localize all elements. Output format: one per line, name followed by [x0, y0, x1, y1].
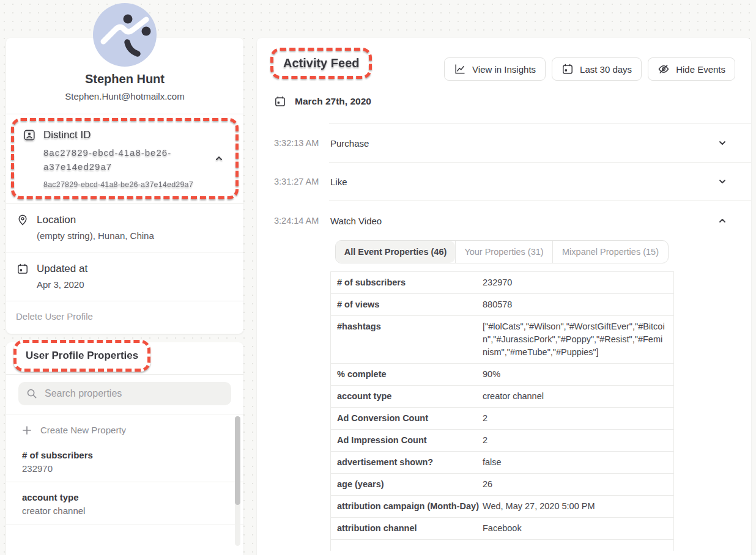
user-profile-card: Stephen Hunt Stephen.Hunt@hotmailx.com D… — [6, 38, 243, 334]
properties-panel-title-highlighted: User Profile Properties — [13, 340, 150, 372]
property-value: creator channel — [22, 505, 219, 516]
event-property-name: attribution campaign (Month-Day) — [331, 500, 483, 513]
event-property-row: % complete 90% — [331, 364, 673, 386]
event-property-value: false — [483, 456, 666, 469]
hide-events-label: Hide Events — [676, 64, 725, 75]
event-time: 3:24:14 AM — [274, 216, 330, 226]
event-property-row: attribution channel Facebook — [331, 518, 673, 540]
tab-mixpanel-properties[interactable]: Mixpanel Properties (15) — [553, 241, 668, 263]
activity-feed-title-highlighted: Activity Feed — [270, 48, 372, 79]
event-property-value: 26 — [483, 478, 666, 491]
search-properties-input[interactable]: Search properties — [18, 382, 231, 405]
event-name: Purchase — [330, 138, 369, 149]
event-property-value: 90% — [483, 368, 666, 381]
event-row-watch-video[interactable]: 3:24:14 AM Watch Video — [257, 201, 751, 240]
feed-date-label: March 27th, 2020 — [295, 96, 371, 107]
location-section: Location (empty string), Hunan, China — [6, 204, 243, 252]
event-property-value: 232970 — [483, 276, 666, 289]
calendar-icon — [16, 262, 29, 276]
event-property-row: account type creator channel — [331, 386, 673, 408]
calendar-icon — [561, 63, 574, 75]
create-new-property-label: Create New Property — [40, 425, 126, 435]
event-property-row: advertisement shown? false — [331, 452, 673, 474]
event-row-purchase[interactable]: 3:32:13 AM Purchase — [257, 124, 751, 162]
chevron-down-icon[interactable] — [718, 139, 727, 147]
property-value: 232970 — [22, 463, 219, 474]
user-avatar — [93, 3, 157, 67]
chevron-up-icon[interactable] — [718, 216, 727, 225]
view-in-insights-button[interactable]: View in Insights — [444, 57, 546, 81]
distinct-id-value: 8ac27829-ebcd-41a8-be26-a37e14ed29a7 — [43, 145, 196, 174]
calendar-icon — [274, 95, 286, 108]
event-feed: 3:32:13 AM Purchase 3:31:27 AM Like 3:24… — [257, 123, 751, 551]
create-new-property-button[interactable]: Create New Property — [6, 414, 243, 440]
tab-all-event-properties[interactable]: All Event Properties (46) — [336, 241, 455, 263]
event-property-value: 2 — [483, 434, 666, 447]
distinct-id-section-highlighted[interactable]: Distinct ID 8ac27829-ebcd-41a8-be26-a37e… — [11, 118, 239, 199]
properties-list: Create New Property # of subscribers 232… — [6, 414, 243, 524]
user-profile-properties-card: User Profile Properties Search propertie… — [6, 342, 243, 555]
event-property-value: creator channel — [483, 390, 666, 403]
event-property-row: age (years) 26 — [331, 474, 673, 496]
event-row-like[interactable]: 3:31:27 AM Like — [257, 163, 751, 200]
event-property-name: # of subscribers — [331, 276, 483, 289]
updated-at-section: Updated at Apr 3, 2020 — [6, 252, 243, 301]
mixpanel-user-profile-page: Stephen Hunt Stephen.Hunt@hotmailx.com D… — [0, 0, 756, 555]
view-in-insights-label: View in Insights — [472, 64, 536, 75]
property-list-item[interactable]: # of subscribers 232970 — [6, 440, 243, 482]
contact-card-icon — [23, 128, 36, 142]
event-property-name: #hashtags — [331, 320, 483, 359]
property-list-item[interactable]: account type creator channel — [6, 482, 243, 524]
delete-user-profile-button[interactable]: Delete User Profile — [6, 301, 243, 334]
property-name: account type — [22, 492, 219, 502]
event-property-value: 880578 — [483, 298, 666, 311]
activity-feed-card: Activity Feed View in Insights — [257, 38, 751, 555]
event-property-value: Facebook — [483, 522, 666, 535]
event-properties-table: # of subscribers 232970 # of views 88057… — [330, 271, 674, 551]
location-value: (empty string), Hunan, China — [37, 230, 234, 241]
event-time: 3:32:13 AM — [274, 138, 330, 148]
event-property-row: # of subscribers 232970 — [331, 272, 673, 294]
distinct-id-collapse-button[interactable] — [212, 152, 226, 165]
properties-panel-header: User Profile Properties — [6, 342, 243, 372]
property-name: # of subscribers — [22, 450, 219, 460]
tab-your-properties[interactable]: Your Properties (31) — [455, 241, 553, 263]
line-chart-icon — [454, 63, 466, 75]
event-property-row: #hashtags ["#lolCats","#Wilson","#WorstG… — [331, 316, 673, 364]
event-property-name: # of views — [331, 298, 483, 311]
distinct-id-label: Distinct ID — [43, 129, 91, 141]
plus-icon — [22, 425, 32, 435]
event-property-value: ["#lolCats","#Wilson","#WorstGiftEver","… — [483, 320, 666, 359]
location-label: Location — [37, 214, 76, 226]
search-placeholder: Search properties — [45, 388, 122, 399]
event-name: Like — [330, 177, 347, 187]
event-name: Watch Video — [330, 216, 382, 226]
user-email: Stephen.Hunt@hotmailx.com — [16, 91, 234, 101]
event-time: 3:31:27 AM — [274, 177, 330, 186]
search-icon — [26, 388, 37, 399]
event-property-row: Ad Conversion Count 2 — [331, 408, 673, 430]
event-property-row: Ad Impression Count 2 — [331, 430, 673, 452]
hide-events-button[interactable]: Hide Events — [648, 57, 735, 81]
updated-at-label: Updated at — [37, 263, 87, 275]
eye-off-icon — [658, 63, 670, 75]
event-property-value: Wed, May 27, 2020 5:00 PM — [483, 500, 666, 513]
date-range-button[interactable]: Last 30 days — [552, 57, 642, 81]
user-name: Stephen Hunt — [16, 72, 234, 86]
date-range-label: Last 30 days — [580, 64, 632, 75]
event-property-row: attribution campaign (Month-Day) Wed, Ma… — [331, 496, 673, 518]
updated-at-value: Apr 3, 2020 — [37, 279, 234, 290]
feed-date-header: March 27th, 2020 — [274, 95, 751, 108]
event-properties-tabbar: All Event Properties (46) Your Propertie… — [335, 240, 669, 263]
event-property-value: 2 — [483, 412, 666, 425]
chevron-up-icon — [215, 154, 223, 163]
event-property-name: Ad Impression Count — [331, 434, 483, 447]
distinct-id-subvalue: 8ac27829-ebcd-41a8-be26-a37e14ed29a7 — [43, 180, 228, 189]
event-detail-panel: All Event Properties (46) Your Propertie… — [330, 240, 674, 551]
divider — [6, 524, 243, 524]
scrollbar-thumb[interactable] — [235, 416, 240, 505]
properties-scrollbar[interactable] — [235, 416, 240, 546]
chevron-down-icon[interactable] — [718, 177, 727, 186]
event-property-name: Ad Conversion Count — [331, 412, 483, 425]
event-property-name: attribution channel — [331, 522, 483, 535]
